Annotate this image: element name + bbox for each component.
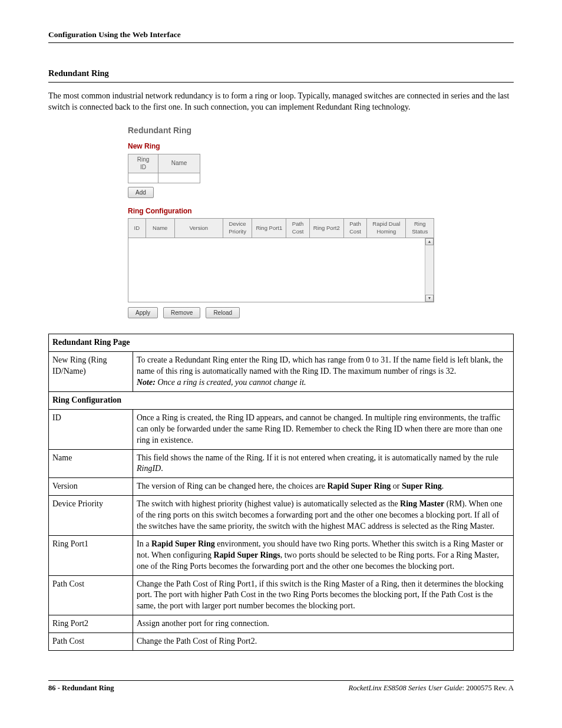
row-label-name: Name — [49, 449, 133, 478]
row-label-version: Version — [49, 478, 133, 496]
mock-input-ringid[interactable] — [128, 173, 158, 183]
footer-right: RocketLinx ES8508 Series User Guide: 200… — [349, 683, 514, 693]
mock-input-name[interactable] — [158, 173, 200, 183]
mock-new-ring-table: Ring ID Name — [128, 154, 200, 183]
redundant-ring-screenshot: Redundant Ring New Ring Ring ID Name Add… — [128, 121, 434, 322]
txt: The switch with highest priority (highes… — [137, 499, 400, 508]
row-label-ring-port2: Ring Port2 — [49, 615, 133, 633]
row-desc-ring-port1: In a Rapid Super Ring environment, you s… — [133, 535, 514, 575]
th-ring-status: Ring Status — [406, 219, 434, 238]
txt-bold: Ring Master — [400, 499, 444, 508]
row-desc-id: Once a Ring is created, the Ring ID appe… — [133, 409, 514, 449]
row-label-path-cost2: Path Cost — [49, 633, 133, 651]
mock-apply-button[interactable]: Apply — [128, 307, 158, 319]
txt-bold: Super Ring — [402, 482, 442, 490]
th-ring-port1: Ring Port1 — [252, 219, 286, 238]
row-desc-name: This field shows the name of the Ring. I… — [133, 449, 514, 478]
row-desc-ring-port2: Assign another port for ring connection. — [133, 615, 514, 633]
row-label-id: ID — [49, 409, 133, 449]
new-ring-desc: To create a Redundant Ring enter the Rin… — [137, 355, 503, 375]
row-desc-path-cost2: Change the Path Cost of Ring Port2. — [133, 633, 514, 651]
txt: This field shows the name of the Ring. I… — [137, 453, 498, 462]
scroll-down-icon[interactable]: ▾ — [425, 295, 434, 302]
row-label-new-ring: New Ring (Ring ID/Name) — [49, 352, 133, 392]
mock-ring-cfg-heading: Ring Configuration — [128, 206, 434, 216]
mock-remove-button[interactable]: Remove — [163, 307, 200, 319]
th-path-cost2: Path Cost — [343, 219, 367, 238]
mock-title: Redundant Ring — [128, 125, 434, 136]
mock-new-ring-heading: New Ring — [128, 141, 434, 151]
txt: In a — [137, 539, 151, 548]
scroll-up-icon[interactable]: ▴ — [425, 238, 434, 245]
txt-bold: Rapid Super Ring — [151, 539, 215, 548]
table-subheading: Ring Configuration — [49, 392, 514, 410]
mock-ring-cfg-table-header: ID Name Version Device Priority Ring Por… — [128, 218, 434, 238]
row-desc-new-ring: To create a Redundant Ring enter the Rin… — [133, 352, 514, 392]
txt: . — [161, 464, 163, 473]
row-label-device-priority: Device Priority — [49, 496, 133, 536]
description-table: Redundant Ring Page New Ring (Ring ID/Na… — [48, 334, 514, 651]
th-rapid-dual-homing: Rapid Dual Homing — [367, 219, 406, 238]
txt: or — [391, 482, 402, 490]
txt-em: RingID — [137, 464, 161, 473]
mock-add-button[interactable]: Add — [128, 187, 154, 199]
th-version: Version — [174, 219, 223, 238]
mock-reload-button[interactable]: Reload — [206, 307, 240, 319]
section-title: Redundant Ring — [48, 68, 514, 83]
txt-bold: Rapid Super Rings — [213, 551, 280, 559]
txt-bold: Rapid Super Ring — [327, 482, 391, 490]
th-path-cost1: Path Cost — [286, 219, 310, 238]
mock-scrollbar[interactable]: ▴ ▾ — [425, 238, 434, 302]
row-desc-version: The version of Ring can be changed here,… — [133, 478, 514, 496]
row-desc-path-cost1: Change the Path Cost of Ring Port1, if t… — [133, 575, 514, 615]
mock-ring-cfg-table-body: ▴ ▾ — [128, 238, 434, 302]
th-name: Name — [146, 219, 174, 238]
row-label-path-cost1: Path Cost — [49, 575, 133, 615]
note-label: Note: — [137, 378, 156, 387]
page-footer: 86 - Redundant Ring RocketLinx ES8508 Se… — [48, 680, 514, 693]
footer-guide-title: RocketLinx ES8508 Series User Guide — [349, 684, 462, 692]
mock-col-ringid: Ring ID — [128, 154, 158, 173]
row-label-ring-port1: Ring Port1 — [49, 535, 133, 575]
th-id: ID — [128, 219, 146, 238]
txt: . — [442, 482, 444, 490]
intro-paragraph: The most common industrial network redun… — [48, 91, 514, 113]
footer-rev: : 2000575 Rev. A — [462, 684, 514, 692]
table-heading-page: Redundant Ring Page — [49, 334, 514, 352]
th-device-priority: Device Priority — [223, 219, 252, 238]
th-ring-port2: Ring Port2 — [309, 219, 343, 238]
row-desc-device-priority: The switch with highest priority (highes… — [133, 496, 514, 536]
note-text: Once a ring is created, you cannot chang… — [157, 378, 306, 387]
footer-left: 86 - Redundant Ring — [48, 683, 114, 693]
page-header: Configuration Using the Web Interface — [48, 29, 514, 43]
mock-col-name: Name — [158, 154, 200, 173]
txt: The version of Ring can be changed here,… — [137, 482, 327, 490]
